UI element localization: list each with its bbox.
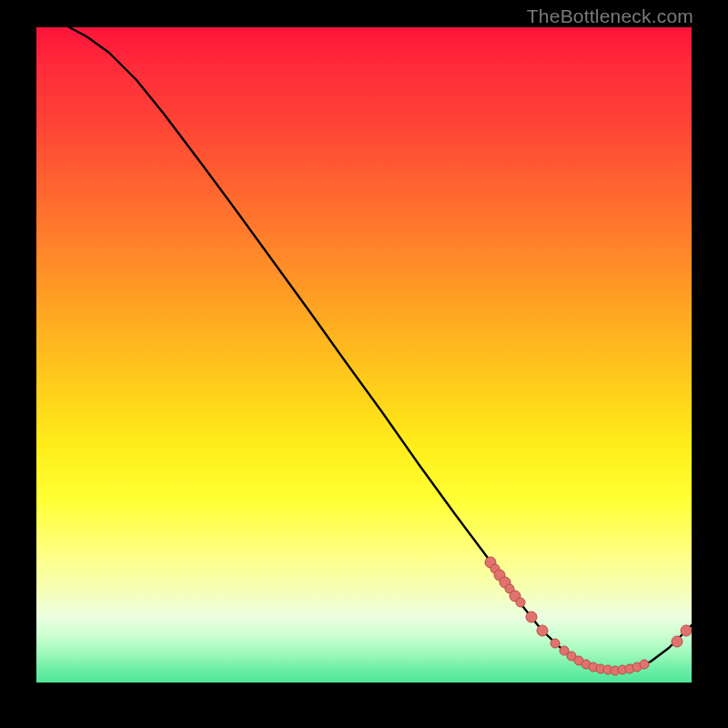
curve-marker [510, 591, 521, 602]
curve-marker [516, 598, 525, 607]
curve-marker [490, 564, 500, 573]
curve-marker [574, 656, 583, 665]
curve-markers [485, 557, 692, 675]
chart-plot-area [36, 27, 692, 682]
curve-marker [551, 639, 560, 648]
curve-marker [581, 660, 591, 669]
curve-marker [560, 646, 569, 655]
curve-marker [505, 584, 514, 593]
curve-marker [500, 577, 511, 588]
curve-marker [618, 665, 627, 674]
curve-marker [632, 662, 642, 672]
curve-marker [640, 660, 649, 669]
curve-marker [537, 625, 548, 636]
curve-marker [681, 625, 692, 636]
curve-marker [526, 612, 537, 622]
curve-marker [625, 664, 634, 673]
curve-marker [494, 570, 505, 581]
curve-marker [589, 662, 598, 672]
curve-marker [567, 652, 576, 661]
curve-marker [672, 636, 682, 647]
chart-stage: TheBottleneck.com [0, 0, 728, 728]
curve-marker [485, 557, 496, 568]
curve-marker [603, 665, 612, 674]
chart-svg [36, 27, 692, 682]
watermark-text: TheBottleneck.com [527, 5, 693, 27]
curve-marker [596, 664, 605, 673]
curve-marker [611, 666, 620, 675]
bottleneck-curve [69, 27, 692, 671]
